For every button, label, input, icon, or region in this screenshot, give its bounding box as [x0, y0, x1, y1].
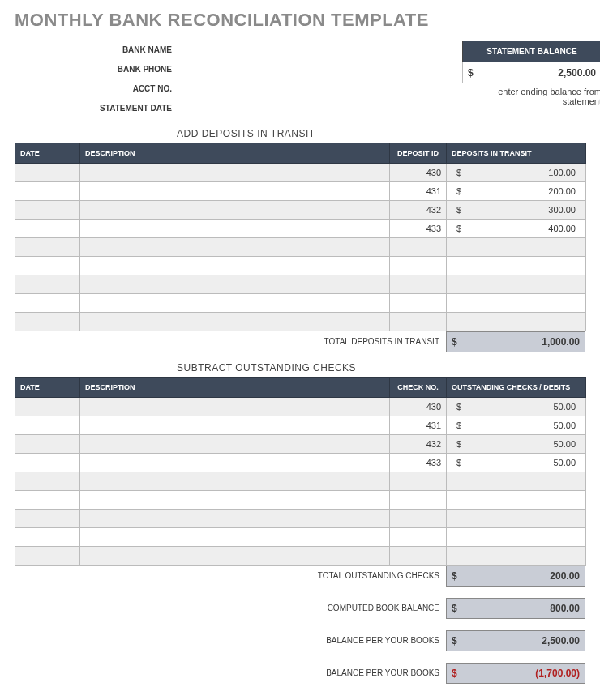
cell-amount[interactable]: $400.00 [447, 220, 586, 238]
cell-amount[interactable]: $200.00 [447, 182, 586, 201]
summary-row: COMPUTED BOOK BALANCE$800.00 [15, 598, 585, 619]
cell-id[interactable]: 431 [390, 182, 447, 201]
currency-symbol: $ [452, 205, 468, 215]
cell-description[interactable] [80, 472, 390, 491]
cell-description[interactable] [80, 294, 390, 313]
checks-total-label: TOTAL OUTSTANDING CHECKS [15, 566, 446, 587]
cell-amount[interactable] [447, 257, 586, 275]
cell-amount[interactable]: $50.00 [447, 454, 586, 472]
checks-section-title: SUBTRACT OUTSTANDING CHECKS [177, 362, 585, 373]
table-row [15, 491, 586, 510]
cell-id[interactable]: 431 [390, 416, 447, 435]
cell-id[interactable]: 430 [390, 398, 447, 416]
cell-description[interactable] [80, 491, 390, 510]
checks-table: DATE DESCRIPTION CHECK NO. OUTSTANDING C… [15, 377, 586, 566]
cell-date[interactable] [15, 528, 80, 547]
statement-balance-cell[interactable]: $ 2,500.00 [462, 62, 600, 83]
cell-amount[interactable] [447, 472, 586, 491]
cell-amount[interactable] [447, 491, 586, 510]
cell-id[interactable] [390, 275, 447, 294]
cell-amount[interactable] [447, 294, 586, 313]
cell-id[interactable] [390, 238, 447, 257]
statement-balance-amount: 2,500.00 [481, 67, 600, 79]
cell-description[interactable] [80, 528, 390, 547]
amount-value: 50.00 [468, 439, 581, 449]
cell-date[interactable] [15, 313, 80, 331]
cell-date[interactable] [15, 275, 80, 294]
cell-amount[interactable]: $50.00 [447, 435, 586, 454]
cell-id[interactable] [390, 547, 447, 566]
cell-description[interactable] [80, 547, 390, 566]
cell-description[interactable] [80, 220, 390, 238]
cell-description[interactable] [80, 435, 390, 454]
cell-id[interactable] [390, 510, 447, 528]
cell-id[interactable]: 433 [390, 220, 447, 238]
cell-date[interactable] [15, 472, 80, 491]
cell-amount[interactable]: $100.00 [447, 164, 586, 182]
cell-amount[interactable] [447, 313, 586, 331]
cell-date[interactable] [15, 182, 80, 201]
cell-id[interactable]: 433 [390, 454, 447, 472]
cell-description[interactable] [80, 201, 390, 220]
amount-value: 100.00 [468, 168, 581, 177]
table-row [15, 313, 586, 331]
summary-box: $(1,700.00) [446, 663, 585, 684]
cell-description[interactable] [80, 454, 390, 472]
cell-amount[interactable] [447, 528, 586, 547]
cell-id[interactable] [390, 313, 447, 331]
cell-description[interactable] [80, 164, 390, 182]
currency-symbol: $ [452, 168, 468, 177]
cell-id[interactable] [390, 472, 447, 491]
table-row [15, 275, 586, 294]
cell-date[interactable] [15, 238, 80, 257]
cell-amount[interactable] [447, 275, 586, 294]
table-row: 432$50.00 [15, 435, 586, 454]
cell-description[interactable] [80, 398, 390, 416]
cell-description[interactable] [80, 238, 390, 257]
cell-date[interactable] [15, 294, 80, 313]
cell-amount[interactable]: $50.00 [447, 416, 586, 435]
cell-id[interactable]: 432 [390, 435, 447, 454]
cell-date[interactable] [15, 201, 80, 220]
table-row: 430$50.00 [15, 398, 586, 416]
cell-id[interactable] [390, 491, 447, 510]
statement-hint: enter ending balance from statement [462, 87, 600, 106]
cell-amount[interactable] [447, 510, 586, 528]
cell-id[interactable] [390, 257, 447, 275]
currency-symbol: $ [463, 67, 481, 79]
cell-amount[interactable] [447, 547, 586, 566]
table-row: 433$50.00 [15, 454, 586, 472]
table-row: 433$400.00 [15, 220, 586, 238]
cell-date[interactable] [15, 491, 80, 510]
cell-description[interactable] [80, 275, 390, 294]
cell-date[interactable] [15, 416, 80, 435]
currency-symbol: $ [447, 603, 465, 614]
cell-date[interactable] [15, 257, 80, 275]
checks-total-amount: 200.00 [465, 570, 585, 582]
cell-description[interactable] [80, 313, 390, 331]
cell-amount[interactable]: $300.00 [447, 201, 586, 220]
cell-id[interactable] [390, 294, 447, 313]
page-title: MONTHLY BANK RECONCILIATION TEMPLATE [15, 10, 585, 31]
cell-date[interactable] [15, 510, 80, 528]
cell-date[interactable] [15, 435, 80, 454]
cell-id[interactable] [390, 528, 447, 547]
cell-id[interactable]: 430 [390, 164, 447, 182]
cell-description[interactable] [80, 182, 390, 201]
cell-date[interactable] [15, 454, 80, 472]
cell-description[interactable] [80, 257, 390, 275]
cell-date[interactable] [15, 164, 80, 182]
cell-date[interactable] [15, 398, 80, 416]
cell-date[interactable] [15, 220, 80, 238]
cell-description[interactable] [80, 510, 390, 528]
checks-th-id: CHECK NO. [390, 378, 447, 398]
cell-date[interactable] [15, 547, 80, 566]
table-row: 431$50.00 [15, 416, 586, 435]
cell-amount[interactable]: $50.00 [447, 398, 586, 416]
currency-symbol: $ [452, 402, 468, 412]
cell-description[interactable] [80, 416, 390, 435]
table-row: 430$100.00 [15, 164, 586, 182]
statement-balance-header: STATEMENT BALANCE [462, 41, 600, 62]
cell-amount[interactable] [447, 238, 586, 257]
cell-id[interactable]: 432 [390, 201, 447, 220]
